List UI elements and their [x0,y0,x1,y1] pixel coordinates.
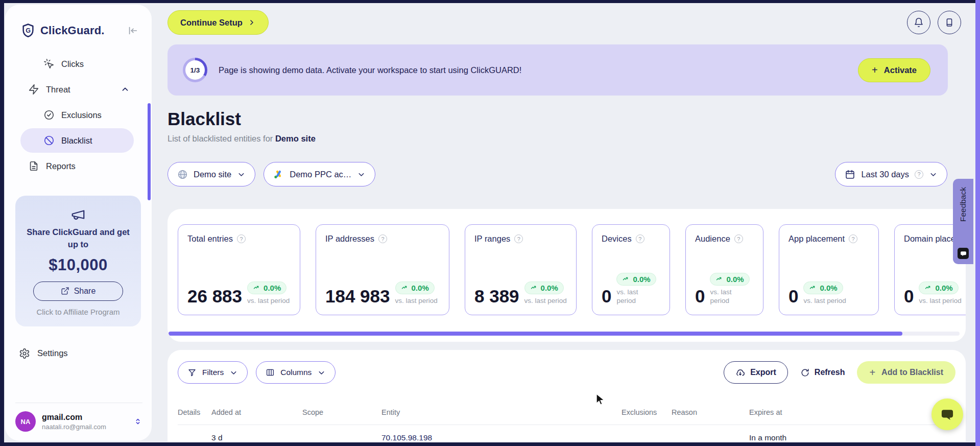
trending-up-icon [809,284,817,292]
stat-value: 0 [788,286,798,307]
sidebar-item-threat[interactable]: Threat [20,77,134,102]
table-toolbar: Filters Columns Export [178,361,955,384]
vs-last-period-label: vs. last period [919,296,961,306]
export-button[interactable]: Export [724,361,788,384]
topbar: Continue Setup [168,10,966,35]
change-value: 0.0% [541,284,558,292]
filters-label: Filters [202,368,224,377]
feedback-tab[interactable]: Feedback [953,179,973,264]
trending-up-icon [401,284,409,292]
cursor-click-icon [43,58,55,69]
chevron-up-down-icon [133,417,142,426]
stat-label: Total entries? [187,234,291,244]
plus-icon: + [869,367,875,378]
column-header-added-at[interactable]: Added at [211,408,302,416]
settings-label: Settings [37,348,68,358]
vs-last-period-label: vs. last period [524,296,567,306]
site-selector[interactable]: Demo site [168,162,255,186]
table-row[interactable]: 3 d 70.105.98.198 In a month [178,425,955,442]
sidebar-collapse-icon[interactable] [127,25,138,36]
trending-up-icon [530,284,538,292]
stat-card-ip-ranges: IP ranges?8 3890.0%vs. last period [465,224,577,315]
column-header-expires-at[interactable]: Expires at [749,408,955,416]
nav-label: Clicks [61,59,84,69]
toolbar-right: Export Refresh + Add to Blacklist [724,361,955,384]
megaphone-icon [70,207,86,222]
help-icon: ? [514,234,523,243]
selector-row: Demo site Demo PPC ac… Last 30 days ? [168,162,947,186]
filters-button[interactable]: Filters [178,361,248,384]
help-icon: ? [237,234,246,243]
help-icon: ? [849,234,857,243]
page-title: Blacklist [168,109,966,129]
column-header-details[interactable]: Details [178,408,211,416]
help-icon: ? [378,234,387,243]
chevron-down-icon [929,170,938,179]
column-header-entity[interactable]: Entity [381,408,622,416]
change-value: 0.0% [264,284,281,292]
svg-text:G: G [26,27,31,34]
report-icon [28,160,39,172]
add-to-blacklist-button[interactable]: + Add to Blacklist [857,361,955,384]
chevron-down-icon [237,170,246,179]
docs-button[interactable] [938,11,961,34]
chat-launcher-button[interactable] [931,398,963,430]
sidebar-item-clicks[interactable]: Clicks [20,52,134,76]
continue-setup-button[interactable]: Continue Setup [168,10,269,35]
change-value: 0.0% [726,275,744,284]
promo-amount: $10,000 [22,256,134,274]
vs-last-period-label: vs. last period [710,288,739,306]
page-scrollbar[interactable] [975,0,980,446]
notifications-button[interactable] [907,11,930,34]
stat-card-ip-addresses: IP addresses?184 9830.0%vs. last period [316,224,449,315]
subtitle-prefix: List of blacklisted entities for [168,134,273,143]
column-header-scope[interactable]: Scope [302,408,381,416]
sidebar-item-reports[interactable]: Reports [20,154,134,178]
nav-label: Exclusions [61,110,102,120]
nav-label: Reports [46,161,76,171]
change-badge: 0.0% [524,281,564,294]
feedback-label: Feedback [959,187,968,222]
demo-data-banner: 1/3 Page is showing demo data. Activate … [168,44,948,96]
sidebar-item-blacklist[interactable]: Blacklist [20,128,134,153]
refresh-label: Refresh [815,368,845,377]
refresh-button[interactable]: Refresh [800,368,845,378]
share-button[interactable]: Share [33,281,123,301]
site-selector-value: Demo site [194,170,231,179]
columns-button[interactable]: Columns [256,361,336,384]
stat-label: Audience? [695,234,754,244]
nav-label: Blacklist [61,136,92,146]
topbar-icons [907,11,961,34]
ppc-account-selector[interactable]: Demo PPC ac… [264,162,375,186]
logo-row: G ClickGuard. [5,5,152,38]
avatar: NA [15,411,36,432]
vs-last-period-label: vs. last period [803,296,846,306]
chevron-down-icon [317,368,326,377]
chevron-right-icon [248,18,256,27]
activate-button[interactable]: + Activate [858,58,930,82]
sidebar: G ClickGuard. ClicksThreatExclusionsBlac… [5,5,152,441]
sidebar-item-exclusions[interactable]: Exclusions [20,103,134,127]
sidebar-nav: ClicksThreatExclusionsBlacklistReports [5,52,152,178]
workspace-switcher[interactable]: NA gmail.com naatali.ro@gmail.com [15,403,142,432]
sidebar-scrollbar[interactable] [148,103,151,200]
date-range-selector[interactable]: Last 30 days ? [835,162,947,186]
column-header-reason[interactable]: Reason [672,408,749,416]
stats-scrollbar-thumb[interactable] [169,332,902,336]
sidebar-item-settings[interactable]: Settings [19,348,152,359]
app-surface: G ClickGuard. ClicksThreatExclusionsBlac… [4,3,975,442]
stat-value: 8 389 [474,286,519,307]
stat-value: 0 [904,286,914,307]
stats-panel: Total entries?26 8830.0%vs. last periodI… [168,209,966,342]
stat-value: 0 [602,286,611,307]
affiliate-promo-card[interactable]: Share ClickGuard and get up to $10,000 S… [15,196,141,326]
stat-card-app-placement: App placement?00.0%vs. last period [779,224,879,315]
chevron-down-icon [357,170,366,179]
page-subtitle: List of blacklisted entities for Demo si… [168,134,966,144]
vs-last-period-label: vs. last period [395,296,438,306]
trending-up-icon [924,284,932,292]
column-header-exclusions[interactable]: Exclusions [622,408,672,416]
change-badge: 0.0% [395,281,435,294]
promo-caption: Click to Affiliate Program [22,308,134,316]
table-header-row: DetailsAdded atScopeEntityExclusionsReas… [178,408,955,425]
